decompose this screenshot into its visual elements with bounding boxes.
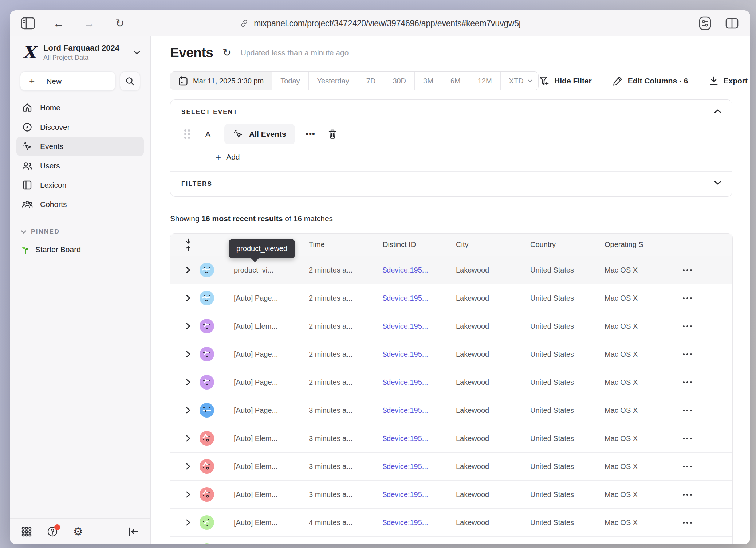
collapse-sidebar-icon[interactable] bbox=[128, 527, 139, 537]
edit-columns-button[interactable]: Edit Columns · 6 bbox=[613, 75, 688, 86]
expand-row-icon[interactable] bbox=[170, 407, 200, 414]
expand-row-icon[interactable] bbox=[170, 294, 200, 302]
export-button[interactable]: Export bbox=[709, 76, 748, 86]
sidebar-item-cohorts[interactable]: Cohorts bbox=[16, 195, 144, 214]
event-selector-chip[interactable]: All Events bbox=[224, 124, 295, 144]
column-header-time[interactable]: Time bbox=[298, 240, 372, 249]
cell-event: [Auto] Page... bbox=[223, 294, 298, 302]
row-more-icon[interactable] bbox=[683, 353, 732, 355]
expand-row-icon[interactable] bbox=[170, 266, 200, 274]
row-more-icon[interactable] bbox=[683, 466, 732, 467]
hide-filter-button[interactable]: Hide Filter bbox=[539, 76, 592, 86]
row-more-icon[interactable] bbox=[683, 522, 732, 524]
sidebar-item-starter-board[interactable]: Starter Board bbox=[10, 235, 150, 254]
sidebar-item-home[interactable]: Home bbox=[16, 98, 144, 117]
cell-distinct-id[interactable]: $device:195... bbox=[372, 350, 445, 359]
row-more-icon[interactable] bbox=[683, 438, 732, 439]
split-view-icon[interactable] bbox=[725, 16, 739, 31]
table-row[interactable]: [Auto] Page... 2 minutes a... $device:19… bbox=[170, 340, 732, 368]
new-button[interactable]: + New bbox=[20, 71, 115, 91]
add-event-button[interactable]: + Add bbox=[216, 152, 721, 163]
table-row[interactable]: [Auto] Elem... 3 minutes a... $device:19… bbox=[170, 424, 732, 452]
cell-distinct-id[interactable]: $device:195... bbox=[372, 490, 445, 499]
cell-country: United States bbox=[519, 350, 594, 359]
preset-6m[interactable]: 6M bbox=[442, 72, 469, 90]
project-switcher[interactable]: X Lord Farquaad 2024 All Project Data bbox=[10, 36, 150, 63]
results-summary: Showing 16 most recent results of 16 mat… bbox=[170, 214, 732, 223]
cell-distinct-id[interactable]: $device:195... bbox=[372, 322, 445, 330]
sidebar-item-events[interactable]: Events bbox=[16, 137, 144, 156]
cell-distinct-id[interactable]: $device:195... bbox=[372, 266, 445, 274]
apps-grid-icon[interactable] bbox=[21, 527, 32, 537]
back-icon[interactable]: ← bbox=[51, 16, 66, 31]
table-row[interactable]: [Auto] Page... 2 minutes a... $device:19… bbox=[170, 368, 732, 396]
sidebar-item-label: Users bbox=[40, 161, 60, 170]
expand-section-icon[interactable] bbox=[714, 180, 722, 185]
pinned-section-header[interactable]: PINNED bbox=[10, 220, 150, 235]
forward-icon[interactable]: → bbox=[82, 16, 97, 31]
cell-distinct-id[interactable]: $device:195... bbox=[372, 294, 445, 302]
column-header-distinct-id[interactable]: Distinct ID bbox=[372, 240, 445, 249]
table-row[interactable]: [Auto] Elem... 4 minutes a... $device:19… bbox=[170, 508, 732, 536]
more-options-icon[interactable]: ••• bbox=[306, 129, 315, 139]
expand-row-icon[interactable] bbox=[170, 435, 200, 442]
preset-7d[interactable]: 7D bbox=[358, 72, 384, 90]
page-settings-icon[interactable] bbox=[698, 16, 712, 31]
cell-distinct-id[interactable]: $device:195... bbox=[372, 518, 445, 527]
preset-today[interactable]: Today bbox=[272, 72, 308, 90]
refresh-results-icon[interactable]: ↻ bbox=[223, 48, 231, 58]
main-content: Events ↻ Updated less than a minute ago … bbox=[151, 36, 750, 544]
event-avatar bbox=[200, 515, 214, 530]
preset-3m[interactable]: 3M bbox=[414, 72, 442, 90]
row-more-icon[interactable] bbox=[683, 325, 732, 327]
row-more-icon[interactable] bbox=[683, 494, 732, 496]
row-more-icon[interactable] bbox=[683, 297, 732, 299]
table-row-partial[interactable] bbox=[170, 536, 732, 544]
sidebar-item-discover[interactable]: Discover bbox=[16, 117, 144, 137]
expand-row-icon[interactable] bbox=[170, 519, 200, 526]
expand-row-icon[interactable] bbox=[170, 379, 200, 386]
row-more-icon[interactable] bbox=[683, 381, 732, 383]
expand-row-icon[interactable] bbox=[170, 491, 200, 498]
expand-row-icon[interactable] bbox=[170, 351, 200, 358]
row-more-icon[interactable] bbox=[683, 410, 732, 411]
collapse-section-icon[interactable] bbox=[714, 109, 722, 114]
refresh-icon[interactable]: ↻ bbox=[113, 16, 127, 31]
row-more-icon[interactable] bbox=[683, 269, 732, 271]
sidebar-toggle-icon[interactable] bbox=[21, 16, 35, 31]
cell-distinct-id[interactable]: $device:195... bbox=[372, 406, 445, 415]
sidebar-item-lexicon[interactable]: Lexicon bbox=[16, 175, 144, 195]
gear-icon[interactable]: ⚙ bbox=[73, 526, 83, 537]
cell-os: Mac OS X bbox=[594, 350, 671, 359]
cell-distinct-id[interactable]: $device:195... bbox=[372, 462, 445, 471]
column-header-country[interactable]: Country bbox=[519, 240, 594, 249]
preset-30d[interactable]: 30D bbox=[384, 72, 414, 90]
expand-row-icon[interactable] bbox=[170, 463, 200, 470]
sidebar-item-users[interactable]: Users bbox=[16, 156, 144, 175]
cell-distinct-id[interactable]: $device:195... bbox=[372, 434, 445, 443]
preset-12m[interactable]: 12M bbox=[469, 72, 500, 90]
expand-row-icon[interactable] bbox=[170, 322, 200, 330]
cell-city: Lakewood bbox=[445, 322, 519, 330]
search-button[interactable] bbox=[120, 71, 140, 91]
seedling-icon bbox=[21, 245, 30, 254]
cell-country: United States bbox=[519, 434, 594, 443]
preset-yesterday[interactable]: Yesterday bbox=[308, 72, 358, 90]
address-bar[interactable]: mixpanel.com/project/3472420/view/397469… bbox=[239, 10, 520, 36]
date-picker-button[interactable]: Mar 11, 2025 3:30 pm bbox=[170, 72, 272, 90]
cell-distinct-id[interactable]: $device:195... bbox=[372, 378, 445, 387]
collapse-rows-icon[interactable] bbox=[170, 238, 200, 251]
help-icon[interactable] bbox=[47, 526, 58, 537]
delete-event-icon[interactable] bbox=[328, 129, 337, 139]
table-row[interactable]: [Auto] Elem... 3 minutes a... $device:19… bbox=[170, 452, 732, 480]
preset-xtd[interactable]: XTD bbox=[500, 72, 539, 90]
column-header-city[interactable]: City bbox=[445, 240, 519, 249]
table-row[interactable]: [Auto] Elem... 2 minutes a... $device:19… bbox=[170, 312, 732, 340]
table-row[interactable]: [Auto] Page... 3 minutes a... $device:19… bbox=[170, 396, 732, 424]
column-header-os[interactable]: Operating S bbox=[594, 240, 671, 249]
table-row[interactable]: [Auto] Elem... 3 minutes a... $device:19… bbox=[170, 480, 732, 508]
home-icon bbox=[22, 103, 33, 113]
browser-toolbar: ← → ↻ mixpanel.com/project/3472420/view/… bbox=[10, 10, 750, 36]
drag-handle-icon[interactable] bbox=[184, 129, 190, 139]
table-row[interactable]: [Auto] Page... 2 minutes a... $device:19… bbox=[170, 284, 732, 312]
